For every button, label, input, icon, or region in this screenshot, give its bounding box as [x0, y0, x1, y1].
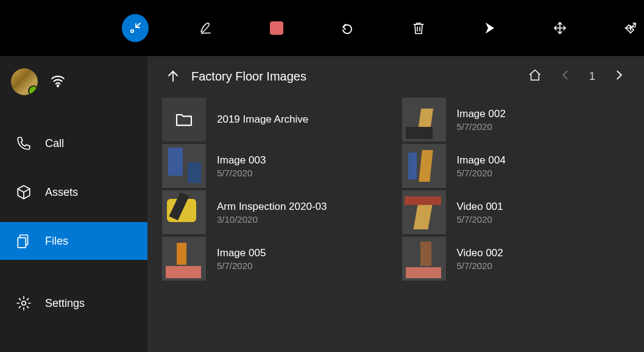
- file-name: Image 002: [457, 108, 506, 120]
- svg-point-0: [131, 30, 133, 32]
- move-arrows-button[interactable]: [547, 14, 573, 42]
- main-panel: Factory Floor Images 1: [147, 56, 644, 352]
- file-date: 5/7/2020: [217, 168, 266, 178]
- file-date: 5/7/2020: [457, 168, 506, 178]
- file-name: Video 001: [457, 201, 503, 213]
- thumbnail: [402, 98, 446, 142]
- file-item[interactable]: Arm Inspection 2020-03 3/10/2020: [162, 189, 390, 235]
- sidebar: Call Assets Files Settings: [0, 56, 147, 352]
- play-send-button[interactable]: [476, 14, 503, 42]
- sidebar-item-files[interactable]: Files: [0, 222, 147, 260]
- file-item[interactable]: Video 001 5/7/2020: [402, 189, 630, 235]
- file-item[interactable]: Image 005 5/7/2020: [162, 235, 390, 282]
- avatar[interactable]: [11, 68, 38, 95]
- thumbnail: [162, 190, 206, 234]
- sidebar-item-call[interactable]: Call: [0, 124, 147, 162]
- thumbnail: [402, 190, 446, 234]
- file-date: 5/7/2020: [457, 214, 503, 224]
- page-title: Factory Floor Images: [191, 70, 528, 84]
- file-item[interactable]: Image 002 5/7/2020: [402, 96, 630, 143]
- file-item[interactable]: Video 002 5/7/2020: [402, 235, 630, 282]
- stop-record-button[interactable]: [263, 14, 290, 42]
- sidebar-item-label: Settings: [45, 297, 85, 310]
- sidebar-item-label: Files: [45, 235, 68, 248]
- back-up-button[interactable]: [166, 69, 180, 84]
- thumbnail: [162, 144, 206, 188]
- sidebar-item-label: Call: [45, 137, 64, 150]
- top-toolbar: [0, 0, 644, 56]
- file-name: Image 005: [217, 247, 266, 259]
- file-grid: 2019 Image Archive Image 003 5/7/2020 Ar…: [147, 96, 644, 282]
- file-name: Arm Inspection 2020-03: [217, 201, 327, 213]
- file-name: Image 003: [217, 154, 266, 167]
- arrows-in-button[interactable]: [122, 14, 149, 42]
- file-date: 5/7/2020: [457, 121, 506, 132]
- svg-rect-3: [18, 238, 26, 248]
- thumbnail: [402, 144, 446, 188]
- svg-point-1: [57, 85, 58, 87]
- file-name: 2019 Image Archive: [217, 113, 308, 126]
- sidebar-item-settings[interactable]: Settings: [0, 284, 147, 322]
- file-date: 5/7/2020: [217, 260, 266, 271]
- pin-button[interactable]: [617, 14, 644, 42]
- wifi-icon: [50, 73, 66, 91]
- file-item[interactable]: Image 004 5/7/2020: [402, 143, 630, 189]
- file-date: 3/10/2020: [217, 214, 327, 224]
- sidebar-item-assets[interactable]: Assets: [0, 173, 147, 211]
- file-name: Video 002: [457, 247, 503, 259]
- thumbnail: [402, 237, 446, 281]
- sidebar-item-label: Assets: [45, 186, 78, 199]
- thumbnail: [162, 237, 206, 281]
- trash-button[interactable]: [405, 14, 432, 42]
- undo-button[interactable]: [334, 14, 361, 42]
- home-button[interactable]: [528, 68, 542, 84]
- svg-point-4: [22, 301, 26, 306]
- page-number: 1: [589, 70, 595, 83]
- folder-icon: [162, 98, 206, 142]
- folder-item[interactable]: 2019 Image Archive: [162, 96, 390, 143]
- file-date: 5/7/2020: [457, 260, 503, 271]
- stop-icon: [270, 21, 283, 35]
- file-name: Image 004: [457, 154, 506, 167]
- ink-pen-button[interactable]: [193, 14, 219, 42]
- page-prev-button[interactable]: [559, 68, 572, 84]
- page-next-button[interactable]: [612, 68, 626, 84]
- file-item[interactable]: Image 003 5/7/2020: [162, 143, 390, 189]
